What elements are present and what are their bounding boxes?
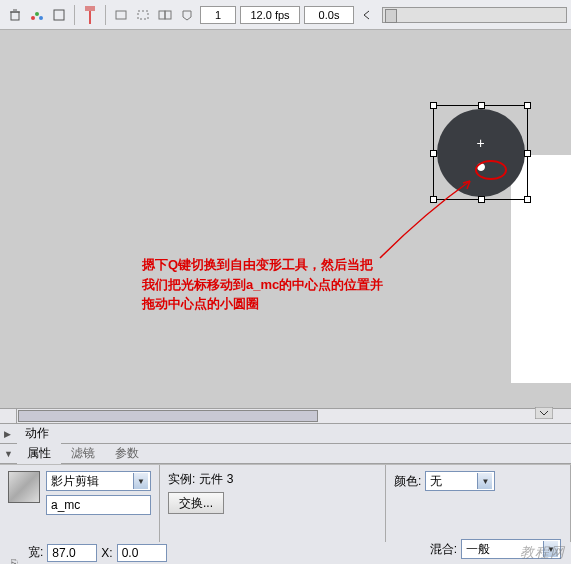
handle-tr[interactable]	[524, 102, 531, 109]
blend-label: 混合:	[430, 541, 457, 558]
x-input[interactable]: 0.0	[117, 544, 167, 562]
properties-panel: 影片剪辑 ▼ a_mc 实例: 元件 3 交换... 颜色: 无 ▼	[0, 464, 571, 542]
stage-canvas[interactable]: + 摁下Q键切换到自由变形工具，然后当把 我们把光标移动到a_mc的中心点的位置…	[0, 30, 571, 408]
panel-options-icon[interactable]	[535, 407, 553, 421]
lock-icon[interactable]: ⎘	[8, 557, 20, 564]
annotation-text: 摁下Q键切换到自由变形工具，然后当把 我们把光标移动到a_mc的中心点的位置并 …	[142, 255, 383, 314]
handle-mr[interactable]	[524, 150, 531, 157]
instance-name-input[interactable]: a_mc	[46, 495, 151, 515]
svg-rect-0	[11, 12, 19, 20]
annotation-line: 我们把光标移动到a_mc的中心点的位置并	[142, 275, 383, 295]
width-label: 宽:	[28, 544, 43, 561]
svg-rect-6	[85, 6, 95, 11]
elapsed-time-field[interactable]: 0.0s	[304, 6, 354, 24]
scroll-left-icon[interactable]	[357, 5, 377, 25]
symbol-thumbnail[interactable]	[8, 471, 40, 503]
timeline-toolbar: 1 12.0 fps 0.0s	[0, 0, 571, 30]
annotation-arrow	[375, 173, 485, 263]
color-label: 颜色:	[394, 473, 421, 490]
svg-point-2	[35, 12, 39, 16]
box-icon[interactable]	[49, 5, 69, 25]
collapse-arrow-icon[interactable]: ▶	[4, 429, 11, 439]
registration-cross-icon: +	[476, 135, 484, 151]
collapse-arrow-icon[interactable]: ▼	[4, 449, 13, 459]
svg-rect-4	[54, 10, 64, 20]
fps-field[interactable]: 12.0 fps	[240, 6, 300, 24]
dims-left: ⎘ 宽: 87.0 X: 0.0 高: 87.0 Y: 20.0	[8, 544, 167, 564]
svg-rect-10	[165, 11, 171, 19]
chevron-down-icon: ▼	[133, 473, 148, 489]
color-value: 无	[430, 473, 442, 490]
svg-point-3	[39, 16, 43, 20]
swap-column: 实例: 元件 3 交换...	[160, 465, 386, 542]
instance-label: 实例:	[168, 471, 195, 488]
color-dropdown[interactable]: 无 ▼	[425, 471, 495, 491]
scrollbar-thumb[interactable]	[18, 410, 318, 422]
svg-rect-9	[159, 11, 165, 19]
width-input[interactable]: 87.0	[47, 544, 97, 562]
instance-column: 影片剪辑 ▼ a_mc	[0, 465, 160, 542]
divider	[105, 5, 106, 25]
handle-tm[interactable]	[478, 102, 485, 109]
paint-icon[interactable]	[27, 5, 47, 25]
symbol-type-dropdown[interactable]: 影片剪辑 ▼	[46, 471, 151, 491]
tab-params[interactable]: 参数	[105, 443, 149, 464]
current-frame-field[interactable]: 1	[200, 6, 236, 24]
edit-multi-icon[interactable]	[155, 5, 175, 25]
onion-icon[interactable]	[111, 5, 131, 25]
playhead-icon[interactable]	[80, 5, 100, 25]
svg-rect-8	[138, 11, 148, 19]
svg-point-1	[31, 16, 35, 20]
handle-br[interactable]	[524, 196, 531, 203]
color-column: 颜色: 无 ▼	[386, 465, 571, 542]
stage-hscrollbar[interactable]	[0, 408, 571, 424]
tab-properties[interactable]: 属性	[17, 443, 61, 464]
dimensions-panel: ⎘ 宽: 87.0 X: 0.0 高: 87.0 Y: 20.0 混合: 一般 …	[0, 542, 571, 564]
annotation-line: 拖动中心点的小圆圈	[142, 294, 383, 314]
symbol-type-value: 影片剪辑	[51, 473, 99, 490]
svg-rect-7	[116, 11, 126, 19]
handle-ml[interactable]	[430, 150, 437, 157]
handle-tl[interactable]	[430, 102, 437, 109]
marker-icon[interactable]	[177, 5, 197, 25]
instance-value: 元件 3	[199, 471, 233, 488]
divider	[74, 5, 75, 25]
actions-panel-header[interactable]: ▶ 动作	[0, 424, 571, 444]
blend-dropdown[interactable]: 一般 ▼	[461, 539, 561, 559]
trash-icon[interactable]	[5, 5, 25, 25]
onion-outline-icon[interactable]	[133, 5, 153, 25]
swap-button[interactable]: 交换...	[168, 492, 224, 514]
blend-value: 一般	[466, 541, 490, 558]
tab-actions[interactable]: 动作	[15, 423, 59, 444]
tab-filters[interactable]: 滤镜	[61, 443, 105, 464]
properties-panel-header: ▼ 属性 滤镜 参数	[0, 444, 571, 464]
svg-rect-11	[535, 407, 553, 419]
dims-right: 混合: 一般 ▼ 使用运行时位图缓存	[167, 544, 571, 564]
timeline-scrollbar[interactable]	[382, 7, 567, 23]
annotation-line: 摁下Q键切换到自由变形工具，然后当把	[142, 255, 383, 275]
x-label: X:	[101, 546, 112, 560]
chevron-down-icon: ▼	[543, 541, 558, 557]
chevron-down-icon: ▼	[477, 473, 492, 489]
